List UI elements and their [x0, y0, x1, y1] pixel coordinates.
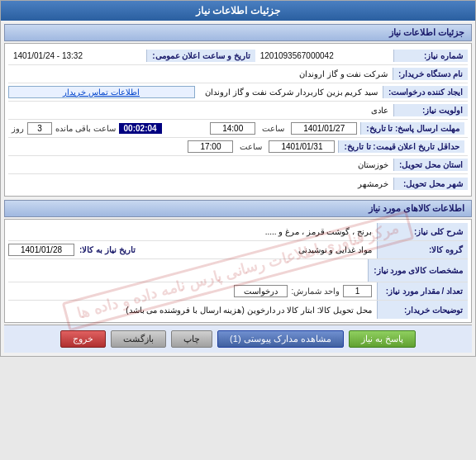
priority-value: عادی: [8, 104, 393, 116]
days-label: روز: [12, 124, 24, 133]
sender-link[interactable]: اطلاعات تماس خریدار: [8, 86, 195, 98]
province-label: استان محل تحویل:: [393, 159, 468, 171]
qty-unit-label: واحد شمارش:: [291, 287, 340, 296]
main-info-section: جزئیات اطلاعات نیاز شماره نیاز: 12010935…: [1, 24, 475, 353]
goods-note-value: محل تحویل کالا: ابتار کالا در دارخوین (ه…: [8, 304, 377, 316]
buyer-value: شرکت نفت و گاز اروندان: [8, 68, 393, 80]
deadline-to-label: حداقل تاریخ اعلان قیمت: تا تاریخ:: [338, 140, 464, 153]
goods-description-value: برنج ، گوشت قرمز ، مرغ و .....: [8, 225, 377, 238]
deadline-from-label: مهلت ارسال پاسخ: تا تاریخ:: [360, 122, 464, 135]
goods-description-label: شرح کلی نیاز:: [377, 223, 468, 240]
exit-button[interactable]: خروج: [60, 330, 106, 348]
info-section: شماره نیاز: 1201093567000042 تاریخ و ساع…: [4, 43, 472, 197]
view-docs-button[interactable]: مشاهده مدارک پیوستی (1): [217, 330, 344, 348]
goods-qty-label: تعداد / مقدار مورد نیاز:: [377, 282, 468, 300]
goods-section: مرکز فناوری اطلاعات رسانی پارس نامه داده…: [4, 219, 472, 323]
section2-title: اطلاعات کالاهای مورد نیاز: [4, 200, 472, 217]
reply-button[interactable]: پاسخ به نیاز: [349, 330, 416, 348]
goods-specs-label: مشخصات کالای مورد نیاز:: [368, 259, 468, 282]
deadline-from-date: 1401/01/27: [291, 122, 357, 135]
goods-note-row: توضیحات خریدار: محل تحویل کالا: ابتار کا…: [8, 301, 468, 319]
sender-value: سید کریم بزین کاربردار شرکت نفت و گاز ار…: [195, 86, 383, 98]
time-sep2: ساعت: [236, 142, 265, 151]
deadline-to-row: حداقل تاریخ اعلان قیمت: تا تاریخ: 1401/0…: [8, 138, 468, 156]
goods-description-row: شرح کلی نیاز: برنج ، گوشت قرمز ، مرغ و .…: [8, 223, 468, 241]
order-number-value: 1201093567000042: [255, 50, 393, 62]
goods-category-row: گروه کالا: مواد غذایی و نوشیدنی تاریخ نی…: [8, 241, 468, 259]
goods-category-value: مواد غذایی و نوشیدنی: [140, 244, 377, 256]
city-label: شهر محل تحویل:: [393, 178, 468, 190]
sender-row: ایجاد کننده درخواست: سید کریم بزین کاربر…: [8, 83, 468, 102]
priority-label: اولویت نیاز:: [393, 104, 468, 116]
date-label: تاریخ و ساعت اعلان عمومی:: [146, 50, 255, 62]
goods-specs-row: مشخصات کالای مورد نیاز:: [8, 259, 468, 282]
goods-note-label: توضیحات خریدار:: [377, 301, 468, 319]
date-value: 1401/01/24 - 13:32: [8, 50, 146, 62]
goods-specs-value: [8, 269, 368, 273]
back-button[interactable]: بازگشت: [111, 330, 166, 348]
time-sep1: ساعت: [259, 124, 288, 133]
timer-value: 00:02:04: [119, 123, 162, 134]
order-row: شماره نیاز: 1201093567000042 تاریخ و ساع…: [8, 47, 468, 65]
goods-qty-row: تعداد / مقدار مورد نیاز: 1 واحد شمارش: د…: [8, 282, 468, 301]
city-value: خرمشهر: [8, 178, 393, 190]
print-button[interactable]: چاپ: [171, 330, 212, 348]
goods-date-label: تاریخ نیاز به کالا:: [74, 245, 140, 254]
qty-unit-value: درخواست: [234, 285, 288, 297]
city-row: شهر محل تحویل: خرمشهر: [8, 174, 468, 192]
qty-number: 1: [343, 285, 372, 297]
province-row: استان محل تحویل: خوزستان: [8, 156, 468, 174]
goods-category-label: گروه کالا:: [377, 241, 468, 258]
goods-date-value: 1401/01/28: [8, 244, 74, 256]
order-number-label: شماره نیاز:: [393, 50, 468, 62]
page-header: جزئیات اطلاعات نیاز: [1, 1, 475, 21]
section1-title: جزئیات اطلاعات نیاز: [4, 24, 472, 41]
header-title: جزئیات اطلاعات نیاز: [196, 5, 280, 17]
goods-qty-value: 1 واحد شمارش: درخواست: [8, 283, 377, 299]
sender-label: ایجاد کننده درخواست:: [383, 86, 468, 98]
days-value: 3: [27, 122, 52, 135]
deadline-from-row: مهلت ارسال پاسخ: تا تاریخ: 1401/01/27 سا…: [8, 120, 468, 138]
button-row: خروج بازگشت چاپ مشاهده مدارک پیوستی (1) …: [4, 325, 472, 353]
buyer-row: نام دستگاه خریدار: شرکت نفت و گاز اروندا…: [8, 65, 468, 83]
deadline-from-time: 14:00: [210, 122, 255, 135]
buyer-label: نام دستگاه خریدار:: [393, 68, 468, 80]
priority-row: اولویت نیاز: عادی: [8, 102, 468, 120]
province-value: خوزستان: [8, 159, 393, 171]
deadline-to-time: 17:00: [188, 140, 233, 153]
timer-label: ساعت باقی مانده: [55, 124, 116, 133]
deadline-to-date: 1401/01/31: [269, 140, 335, 153]
